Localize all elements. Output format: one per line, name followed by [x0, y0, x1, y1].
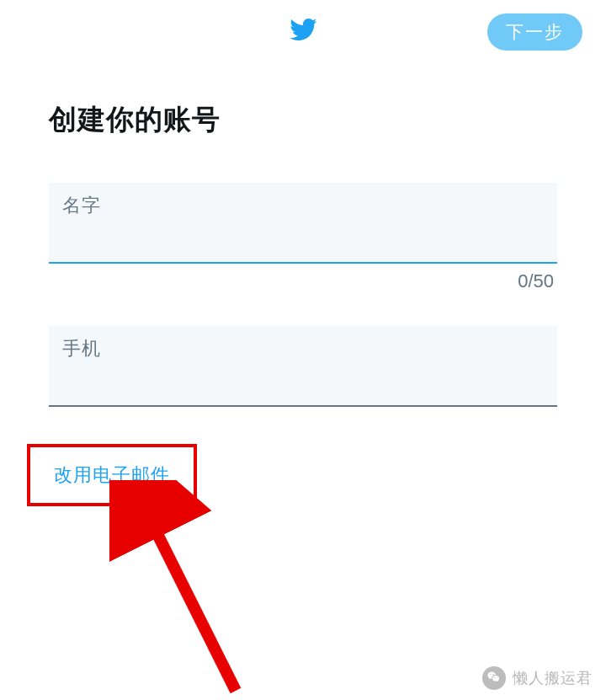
phone-input[interactable]	[62, 366, 544, 388]
watermark: 懒人搬运君	[482, 666, 593, 690]
watermark-text: 懒人搬运君	[513, 668, 593, 688]
name-label: 名字	[62, 193, 544, 218]
page-title: 创建你的账号	[49, 101, 557, 139]
phone-input-container[interactable]: 手机	[49, 326, 557, 407]
wechat-icon	[482, 666, 506, 690]
next-button[interactable]: 下一步	[487, 13, 582, 51]
name-input-container[interactable]: 名字	[49, 183, 557, 264]
twitter-logo-icon	[289, 15, 317, 47]
svg-line-1	[143, 505, 236, 691]
name-input[interactable]	[62, 223, 544, 245]
use-email-link[interactable]: 改用电子邮件	[27, 444, 197, 506]
phone-label: 手机	[62, 336, 544, 361]
name-counter: 0/50	[49, 270, 557, 292]
annotation-arrow-icon	[109, 480, 295, 699]
